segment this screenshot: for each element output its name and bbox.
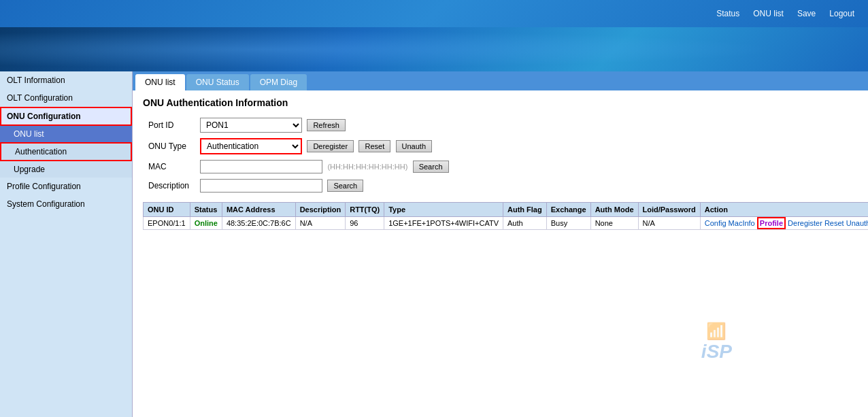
col-mac-address: MAC Address [222, 203, 295, 217]
macinfo-link[interactable]: MacInfo [729, 219, 755, 227]
top-nav: Status ONU list Save Logout [0, 0, 868, 27]
col-status: Status [190, 203, 222, 217]
cell-description: N/A [295, 217, 346, 230]
cell-type: 1GE+1FE+1POTS+4WIFI+CATV [384, 217, 503, 230]
sidebar-item-olt-information[interactable]: OLT Information [0, 71, 132, 89]
sidebar-item-system-configuration[interactable]: System Configuration [0, 195, 132, 213]
profile-link[interactable]: Profile [757, 217, 786, 229]
reset-link[interactable]: Reset [824, 219, 844, 227]
tab-opm-diag[interactable]: OPM Diag [250, 74, 307, 90]
sidebar-item-profile-configuration[interactable]: Profile Configuration [0, 178, 132, 195]
unauth-button[interactable]: Unauth [396, 140, 432, 152]
col-auth-mode: Auth Mode [590, 203, 638, 217]
sidebar-child-authentication[interactable]: Authentication [0, 142, 132, 161]
header-banner [0, 27, 868, 71]
col-loid-password: Loid/Password [638, 203, 700, 217]
cell-mac: 48:35:2E:0C:7B:6C [222, 217, 295, 230]
search-desc-button[interactable]: Search [327, 180, 363, 192]
sidebar-item-olt-configuration[interactable]: OLT Configuration [0, 89, 132, 107]
deregister-link[interactable]: Deregister [788, 219, 822, 227]
logout-nav-link[interactable]: Logout [829, 9, 854, 18]
unauth-link[interactable]: Unauth [846, 219, 868, 227]
sidebar-child-upgrade[interactable]: Upgrade [0, 161, 132, 178]
table-row: EPON0/1:1Online48:35:2E:0C:7B:6CN/A961GE… [144, 217, 869, 230]
filter-form: Port ID PON1 PON2 PON3 PON4 Refresh ONU … [143, 115, 454, 195]
config-link[interactable]: Config [705, 219, 727, 227]
col-exchange: Exchange [546, 203, 590, 217]
desc-label: Description [143, 176, 195, 195]
deregister-button[interactable]: Deregister [307, 140, 354, 152]
main-layout: OLT Information OLT Configuration ONU Co… [0, 71, 868, 417]
description-input[interactable] [200, 179, 322, 193]
cell-actions: Config MacInfo Profile Deregister Reset … [700, 217, 868, 230]
onu-data-table: ONU ID Status MAC Address Description RT… [143, 202, 868, 230]
search-mac-button[interactable]: Search [413, 161, 449, 173]
cell-exchange: Busy [546, 217, 590, 230]
port-id-label: Port ID [143, 115, 195, 135]
main-content: ONU list ONU Status OPM Diag ONU Authent… [133, 71, 868, 417]
tab-bar: ONU list ONU Status OPM Diag [133, 71, 868, 90]
sidebar-child-onu-list[interactable]: ONU list [0, 126, 132, 142]
mac-placeholder: (HH:HH:HH:HH:HH:HH) [327, 163, 407, 171]
cell-onu-id: EPON0/1:1 [144, 217, 190, 230]
isp-watermark: 📶 iSP [701, 322, 732, 363]
cell-status: Online [190, 217, 222, 230]
reset-button[interactable]: Reset [358, 140, 390, 152]
mac-label: MAC [143, 157, 195, 176]
col-description: Description [295, 203, 346, 217]
port-id-select[interactable]: PON1 PON2 PON3 PON4 [200, 118, 302, 133]
onu-type-select[interactable]: Authentication All Online Offline [200, 138, 302, 154]
col-type: Type [384, 203, 503, 217]
content-area: ONU Authentication Information Port ID P… [133, 90, 868, 237]
tab-onu-status[interactable]: ONU Status [186, 74, 249, 90]
cell-loid-password: N/A [638, 217, 700, 230]
save-nav-link[interactable]: Save [797, 9, 816, 18]
sidebar: OLT Information OLT Configuration ONU Co… [0, 71, 133, 417]
col-onu-id: ONU ID [144, 203, 190, 217]
sidebar-item-onu-configuration[interactable]: ONU Configuration [0, 107, 132, 126]
col-auth-flag: Auth Flag [503, 203, 546, 217]
cell-rtt: 96 [346, 217, 384, 230]
cell-auth-mode: None [590, 217, 638, 230]
status-nav-link[interactable]: Status [716, 9, 739, 18]
tab-onu-list[interactable]: ONU list [135, 74, 185, 90]
cell-auth-flag: Auth [503, 217, 546, 230]
isp-text: iSP [701, 341, 732, 363]
page-title: ONU Authentication Information [143, 97, 858, 108]
col-action: Action [700, 203, 868, 217]
refresh-button[interactable]: Refresh [307, 119, 346, 131]
col-rtt: RTT(TQ) [346, 203, 384, 217]
wifi-icon: 📶 [701, 322, 732, 341]
onu-list-nav-link[interactable]: ONU list [753, 9, 784, 18]
mac-input[interactable] [200, 160, 322, 173]
onu-type-label: ONU Type [143, 135, 195, 157]
